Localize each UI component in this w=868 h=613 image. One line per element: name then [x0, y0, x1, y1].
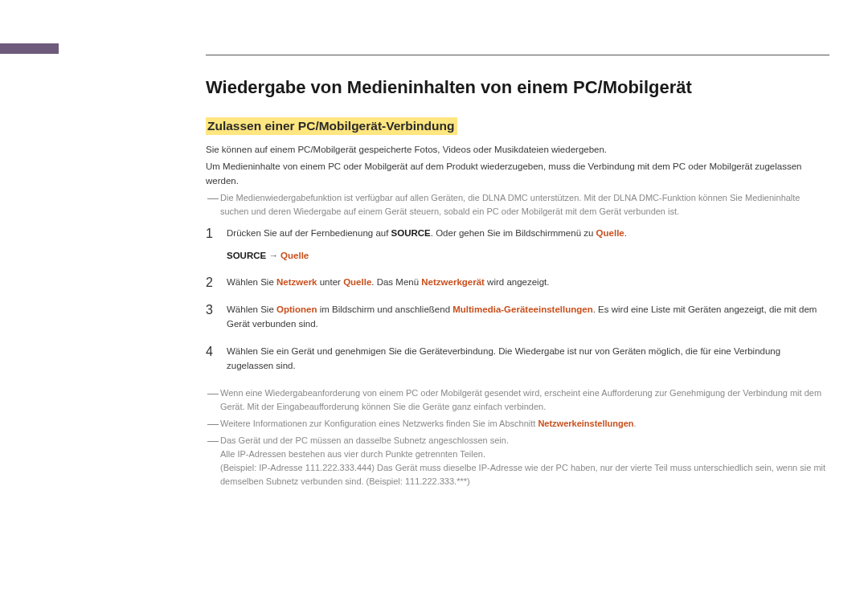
section-heading: Zulassen einer PC/Mobilgerät-Verbindung [206, 117, 457, 135]
step-body: Drücken Sie auf der Fernbedienung auf SO… [227, 227, 829, 264]
note-item: ― Die Medienwiedergabefunktion ist verfü… [206, 191, 829, 219]
intro-paragraph-2: Um Medieninhalte von einem PC oder Mobil… [206, 160, 829, 188]
text: Weitere Informationen zur Konfiguration … [220, 419, 538, 428]
dash-icon: ― [206, 434, 220, 447]
step-number: 2 [206, 276, 227, 290]
step-number: 1 [206, 227, 227, 241]
dash-icon: ― [206, 417, 220, 431]
note-text: Das Gerät und der PC müssen an dasselbe … [220, 434, 829, 488]
highlight-text: Netzwerkeinstellungen [538, 419, 633, 428]
text: Drücken Sie auf der Fernbedienung auf [227, 228, 391, 238]
note-item: ― Weitere Informationen zur Konfiguratio… [206, 417, 829, 431]
step-1: 1 Drücken Sie auf der Fernbedienung auf … [206, 227, 829, 264]
steps-list: 1 Drücken Sie auf der Fernbedienung auf … [206, 227, 829, 374]
text: im Bildschirm und anschließend [317, 304, 452, 314]
highlight-text: Quelle [596, 228, 624, 238]
step-body: Wählen Sie Optionen im Bildschirm und an… [227, 303, 829, 332]
text: Wählen Sie [227, 304, 276, 314]
path-quelle: Quelle [280, 251, 309, 260]
menu-path: SOURCE → Quelle [227, 249, 829, 264]
step-number: 4 [206, 345, 227, 359]
footer-note-list: ― Wenn eine Wiedergabeanforderung von ei… [206, 386, 829, 488]
note-item: ― Das Gerät und der PC müssen an dasselb… [206, 434, 829, 488]
highlight-text: Quelle [343, 277, 371, 287]
step-3: 3 Wählen Sie Optionen im Bildschirm und … [206, 303, 829, 332]
intro-paragraph-1: Sie können auf einem PC/Mobilgerät gespe… [206, 143, 829, 157]
step-2: 2 Wählen Sie Netzwerk unter Quelle. Das … [206, 276, 829, 290]
note-text: Weitere Informationen zur Konfiguration … [220, 417, 829, 431]
top-divider [206, 55, 829, 55]
note-line: Alle IP-Adressen bestehen aus vier durch… [220, 447, 829, 461]
dash-icon: ― [206, 191, 220, 205]
highlight-text: Optionen [276, 304, 317, 314]
side-tab-marker [0, 43, 59, 54]
path-source: SOURCE [227, 251, 266, 260]
highlight-text: Netzwerk [276, 277, 317, 287]
text: Wählen Sie [227, 277, 276, 287]
note-line: Das Gerät und der PC müssen an dasselbe … [220, 434, 829, 447]
text: . Oder gehen Sie im Bildschirmmenü zu [431, 228, 596, 238]
note-text: Die Medienwiedergabefunktion ist verfügb… [220, 191, 829, 219]
step-4: 4 Wählen Sie ein Gerät und genehmigen Si… [206, 345, 829, 374]
note-item: ― Wenn eine Wiedergabeanforderung von ei… [206, 386, 829, 414]
page-content: Wiedergabe von Medieninhalten von einem … [206, 77, 829, 492]
page-title: Wiedergabe von Medieninhalten von einem … [206, 77, 829, 98]
highlight-text: Netzwerkgerät [421, 277, 485, 287]
text: . [624, 228, 627, 238]
text: unter [317, 277, 344, 287]
arrow-icon: → [266, 251, 280, 260]
note-line: (Beispiel: IP-Adresse 111.222.333.444) D… [220, 461, 829, 488]
top-note-list: ― Die Medienwiedergabefunktion ist verfü… [206, 191, 829, 219]
note-text: Wenn eine Wiedergabeanforderung von eine… [220, 386, 829, 414]
bold-text: SOURCE [391, 228, 431, 238]
text: . [634, 419, 637, 428]
highlight-text: Multimedia-Geräteeinstellungen [452, 304, 592, 314]
step-body: Wählen Sie ein Gerät und genehmigen Sie … [227, 345, 829, 374]
text: wird angezeigt. [485, 277, 550, 287]
step-number: 3 [206, 303, 227, 317]
text: . Das Menü [371, 277, 421, 287]
dash-icon: ― [206, 386, 220, 400]
step-body: Wählen Sie Netzwerk unter Quelle. Das Me… [227, 276, 829, 290]
